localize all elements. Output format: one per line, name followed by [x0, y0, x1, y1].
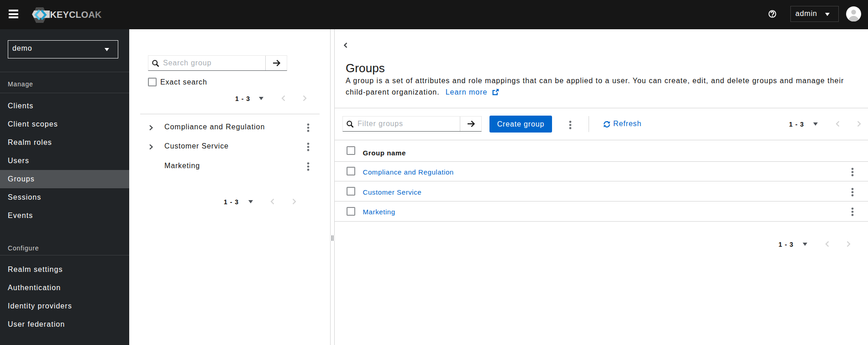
svg-text:KEYCLOAK: KEYCLOAK: [50, 10, 102, 20]
